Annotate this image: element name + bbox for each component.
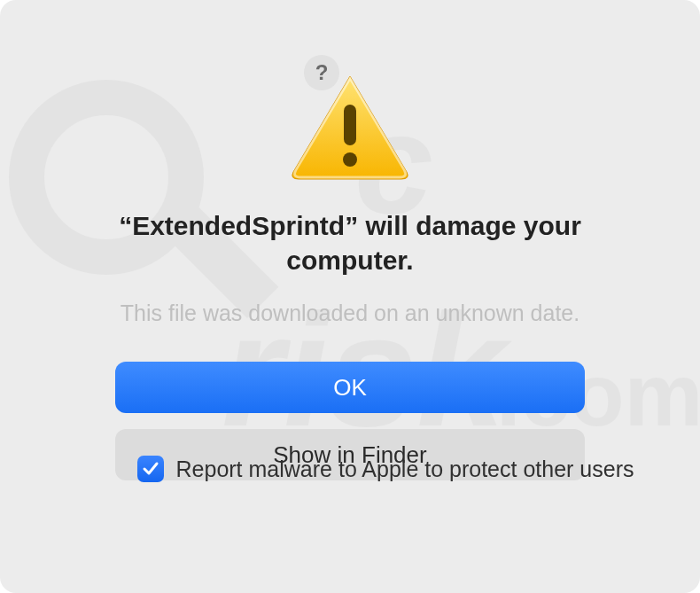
svg-rect-5 [344, 105, 356, 145]
warning-icon [288, 71, 412, 182]
checkmark-icon [142, 460, 159, 478]
alert-dialog: risk c .com ? “ExtendedSprintd” will dam… [0, 0, 700, 593]
svg-point-6 [343, 152, 357, 167]
report-malware-checkbox[interactable] [137, 456, 164, 482]
dialog-title: “ExtendedSprintd” will damage your compu… [84, 208, 616, 277]
dialog-subtitle: This file was downloaded on an unknown d… [121, 300, 579, 326]
ok-button[interactable]: OK [115, 362, 585, 413]
report-malware-label: Report malware to Apple to protect other… [176, 456, 634, 482]
report-malware-row: Report malware to Apple to protect other… [137, 456, 634, 482]
